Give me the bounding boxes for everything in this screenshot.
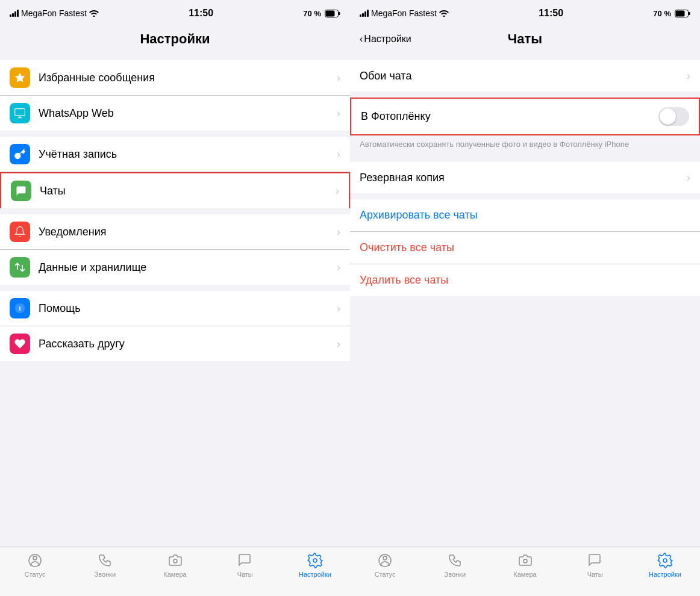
data-icon [14, 261, 26, 273]
svg-point-0 [93, 16, 95, 17]
back-arrow-icon: ‹ [360, 34, 363, 45]
svg-point-11 [443, 16, 445, 17]
chats-group-3: Резервная копия › [350, 162, 700, 193]
list-item-help[interactable]: i Помощь › [0, 291, 350, 326]
section-gap-r4 [350, 193, 700, 199]
list-item-save-roll[interactable]: В Фотоплёнку [351, 99, 699, 134]
tab-chats-right[interactable]: Чаты [560, 552, 630, 578]
calls-tab-icon-left [96, 552, 113, 569]
tab-camera-left[interactable]: Камера [140, 552, 210, 578]
list-item-notifications[interactable]: Уведомления › [0, 214, 350, 250]
action-delete-all[interactable]: Удалить все чаты [350, 264, 700, 296]
svg-text:i: i [19, 304, 20, 312]
battery-area-left: 70 % [303, 9, 340, 18]
chevron-data: › [337, 261, 340, 274]
calls-icon-right [447, 553, 463, 568]
scroll-area-left[interactable]: Избранные сообщения › WhatsApp Web › [0, 54, 350, 547]
settings-group-4: i Помощь › Рассказать другу › [0, 291, 350, 361]
list-item-wallpaper[interactable]: Обои чата › [350, 60, 700, 92]
section-gap-2 [0, 131, 350, 137]
svg-point-17 [523, 559, 527, 563]
tab-status-right[interactable]: Статус [350, 552, 420, 578]
camera-tab-icon-left [167, 552, 184, 569]
status-tab-label-right: Статус [375, 571, 396, 578]
wifi-icon [89, 10, 99, 17]
chats-tab-label-right: Чаты [587, 571, 603, 578]
save-roll-toggle[interactable] [658, 107, 689, 126]
tab-chats-left[interactable]: Чаты [210, 552, 280, 578]
monitor-icon [14, 107, 26, 119]
bottom-gap-right [350, 296, 700, 318]
save-roll-description: Автоматически сохранять полученные фото … [350, 135, 700, 156]
status-tab-icon-left [27, 552, 43, 569]
nav-bar-right: ‹ Настройки Чаты [350, 26, 700, 54]
list-item-tell-friend[interactable]: Рассказать другу › [0, 326, 350, 361]
chats-icon-bg [11, 181, 31, 201]
signal-icon [10, 10, 19, 17]
signal-icon-right [360, 10, 369, 17]
svg-rect-3 [326, 10, 335, 16]
status-bar-left: MegaFon Fastest 11:50 70 % [0, 0, 350, 26]
chats-tab-icon-right [587, 552, 604, 569]
chat-icon [15, 185, 27, 197]
action-archive-all[interactable]: Архивировать все чаты [350, 199, 700, 232]
chats-tab-icon [237, 553, 253, 568]
list-item-whatsapp-web[interactable]: WhatsApp Web › [0, 96, 350, 131]
svg-rect-14 [676, 10, 685, 16]
tab-bar-left: Статус Звонки Камера [0, 547, 350, 596]
chevron-notifications: › [337, 226, 340, 238]
list-item-starred[interactable]: Избранные сообщения › [0, 60, 350, 96]
list-item-chats[interactable]: Чаты › [0, 172, 350, 208]
data-icon-bg [10, 257, 30, 278]
tell-friend-label: Рассказать другу [39, 338, 332, 350]
section-gap-r2 [350, 92, 700, 98]
chevron-whatsapp-web: › [337, 107, 340, 120]
tab-calls-left[interactable]: Звонки [70, 552, 140, 578]
svg-rect-13 [689, 12, 690, 15]
list-item-data[interactable]: Данные и хранилище › [0, 250, 350, 285]
chevron-chats: › [336, 185, 339, 197]
right-phone: MegaFon Fastest 11:50 70 % ‹ [350, 0, 700, 596]
tab-calls-right[interactable]: Звонки [420, 552, 490, 578]
camera-tab-label-right: Камера [513, 571, 536, 578]
back-section[interactable]: ‹ Настройки [360, 34, 470, 45]
chats-actions: Архивировать все чаты Очистить все чаты … [350, 199, 700, 296]
clear-all-label: Очистить все чаты [360, 241, 454, 253]
scroll-area-right[interactable]: Обои чата › В Фотоплёнку Автоматически с… [350, 54, 700, 547]
account-label: Учётная запись [39, 148, 332, 161]
section-gap-3 [0, 208, 350, 214]
section-gap [0, 54, 350, 60]
svg-rect-2 [339, 12, 340, 15]
camera-tab-label-left: Камера [163, 571, 186, 578]
list-item-backup[interactable]: Резервная копия › [350, 162, 700, 193]
time-left: 11:50 [189, 8, 213, 19]
list-item-account[interactable]: Учётная запись › [0, 137, 350, 172]
status-tab-icon-right [377, 552, 393, 569]
wifi-icon-right [439, 10, 449, 17]
bottom-gap [0, 361, 350, 383]
calls-tab-label-right: Звонки [445, 571, 466, 578]
action-clear-all[interactable]: Очистить все чаты [350, 232, 700, 264]
chevron-help: › [337, 302, 340, 315]
tab-camera-right[interactable]: Камера [490, 552, 560, 578]
tab-settings-right[interactable]: Настройки [630, 552, 700, 578]
tab-settings-left[interactable]: Настройки [280, 552, 350, 578]
battery-icon-right [675, 10, 690, 17]
backup-label: Резервная копия [360, 172, 682, 184]
save-roll-label: В Фотоплёнку [361, 110, 658, 123]
carrier-left: MegaFon Fastest [10, 8, 99, 18]
tab-status-left[interactable]: Статус [0, 552, 70, 578]
tell-friend-icon-bg [10, 334, 30, 354]
page-title-left: Настройки [10, 31, 340, 47]
svg-rect-4 [15, 109, 25, 116]
calls-tab-icon-right [446, 552, 463, 569]
time-right: 11:50 [539, 8, 563, 19]
toggle-knob [660, 108, 676, 125]
chevron-wallpaper: › [687, 70, 690, 82]
carrier-right: MegaFon Fastest [360, 8, 449, 18]
svg-point-9 [173, 559, 177, 563]
settings-group-3: Уведомления › Данные и хранилище › [0, 214, 350, 285]
settings-tab-label-left: Настройки [299, 571, 331, 578]
key-icon [14, 148, 26, 160]
back-text: Настройки [364, 34, 411, 45]
